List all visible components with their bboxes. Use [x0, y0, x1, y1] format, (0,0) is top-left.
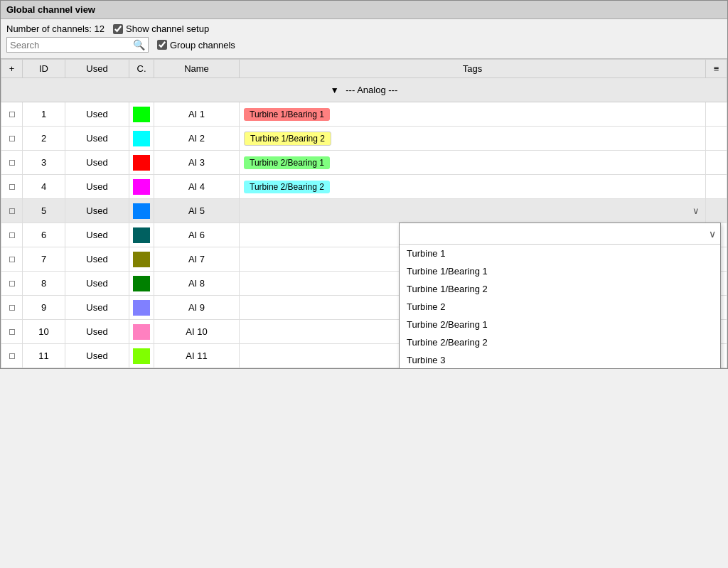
dropdown-item[interactable]: Turbine 2	[400, 298, 720, 316]
row-name: AI 7	[154, 247, 240, 272]
dropdown-chevron-icon[interactable]: ∨	[692, 205, 700, 216]
row-tags-cell[interactable]: Turbine 1/Bearing 2	[240, 127, 706, 151]
group-channels-label: Group channels	[170, 40, 235, 50]
row-color-cell	[129, 175, 154, 199]
row-name: AI 1	[154, 102, 240, 127]
row-id: 8	[23, 272, 65, 296]
row-id: 4	[23, 175, 65, 199]
row-used: Used	[65, 344, 129, 368]
tag-badge[interactable]: Turbine 1/Bearing 1	[244, 108, 330, 121]
col-header-name: Name	[154, 60, 240, 78]
dropdown-item[interactable]: Turbine 1	[400, 245, 720, 262]
dropdown-close-chevron[interactable]: ∨	[709, 228, 716, 240]
table-row[interactable]: 1UsedAI 1Turbine 1/Bearing 1	[1, 102, 727, 127]
row-extra-col	[706, 199, 727, 223]
row-tags-cell[interactable]: Turbine 2/Bearing 1	[240, 151, 706, 175]
show-channel-setup-checkbox-label[interactable]: Show channel setup	[113, 23, 209, 34]
row-used: Used	[65, 199, 129, 223]
dropdown-item[interactable]: Turbine 2/Bearing 2	[400, 333, 720, 351]
table-container: + ID Used C. Name Tags ≡ ▼ --- Analog --…	[1, 58, 727, 368]
table-row[interactable]: 3UsedAI 3Turbine 2/Bearing 1	[1, 151, 727, 175]
row-color-cell	[129, 272, 154, 296]
row-toggle-icon[interactable]	[1, 127, 23, 151]
row-toggle-icon[interactable]	[1, 296, 23, 320]
group-channels-checkbox-label[interactable]: Group channels	[157, 40, 235, 50]
row-toggle-icon[interactable]	[1, 247, 23, 272]
row-color-cell	[129, 320, 154, 344]
table-header: + ID Used C. Name Tags ≡	[1, 60, 727, 78]
dropdown-item[interactable]: Turbine 3	[400, 351, 720, 368]
row-extra-col	[706, 151, 727, 175]
group-row-analog: ▼ --- Analog ---	[1, 78, 727, 102]
tag-dropdown[interactable]: ∨Turbine 1Turbine 1/Bearing 1Turbine 1/B…	[399, 223, 721, 368]
row-id: 10	[23, 320, 65, 344]
row-name: AI 2	[154, 127, 240, 151]
row-toggle-icon[interactable]	[1, 199, 23, 223]
group-channels-checkbox[interactable]	[157, 40, 167, 50]
row-name: AI 8	[154, 272, 240, 296]
row-name: AI 6	[154, 223, 240, 247]
dropdown-list: Turbine 1Turbine 1/Bearing 1Turbine 1/Be…	[400, 245, 720, 368]
row-name: AI 3	[154, 151, 240, 175]
row-id: 1	[23, 102, 65, 127]
table-row[interactable]: 4UsedAI 4Turbine 2/Bearing 2	[1, 175, 727, 199]
row-tags-cell[interactable]: ∨	[240, 199, 706, 223]
col-header-icon[interactable]: ≡	[706, 60, 727, 78]
col-header-plus[interactable]: +	[1, 60, 23, 78]
row-id: 9	[23, 296, 65, 320]
row-used: Used	[65, 127, 129, 151]
col-header-used: Used	[65, 60, 129, 78]
row-name: AI 4	[154, 175, 240, 199]
row-extra-col	[706, 127, 727, 151]
row-color-cell	[129, 296, 154, 320]
dropdown-item[interactable]: Turbine 1/Bearing 2	[400, 280, 720, 298]
row-toggle-icon[interactable]	[1, 151, 23, 175]
row-color-cell	[129, 344, 154, 368]
search-box[interactable]: 🔍	[6, 37, 149, 53]
row-color-cell	[129, 102, 154, 127]
col-header-color: C.	[129, 60, 154, 78]
search-input[interactable]	[10, 40, 133, 50]
dropdown-item[interactable]: Turbine 1/Bearing 1	[400, 262, 720, 280]
row-color-cell	[129, 247, 154, 272]
channel-count-label: Number of channels: 12	[6, 23, 105, 34]
row-color-cell	[129, 199, 154, 223]
row-used: Used	[65, 247, 129, 272]
row-toggle-icon[interactable]	[1, 223, 23, 247]
search-icon: 🔍	[133, 39, 145, 50]
main-window: Global channel view Number of channels: …	[0, 0, 728, 369]
row-tags-cell[interactable]: Turbine 1/Bearing 1	[240, 102, 706, 127]
row-toggle-icon[interactable]	[1, 272, 23, 296]
row-id: 5	[23, 199, 65, 223]
row-id: 3	[23, 151, 65, 175]
row-toggle-icon[interactable]	[1, 320, 23, 344]
show-channel-setup-checkbox[interactable]	[113, 24, 123, 34]
row-name: AI 9	[154, 296, 240, 320]
row-id: 11	[23, 344, 65, 368]
row-extra-col	[706, 102, 727, 127]
toolbar: Number of channels: 12 Show channel setu…	[1, 19, 727, 58]
tag-badge[interactable]: Turbine 1/Bearing 2	[244, 132, 331, 146]
row-id: 2	[23, 127, 65, 151]
dropdown-item[interactable]: Turbine 2/Bearing 1	[400, 316, 720, 333]
window-title: Global channel view	[6, 4, 95, 15]
row-extra-col	[706, 175, 727, 199]
row-name: AI 10	[154, 320, 240, 344]
group-collapse-arrow[interactable]: ▼	[331, 85, 339, 95]
row-name: AI 11	[154, 344, 240, 368]
table-row[interactable]: 5UsedAI 5∨	[1, 199, 727, 223]
group-label: --- Analog ---	[346, 85, 397, 95]
row-color-cell	[129, 127, 154, 151]
tag-badge[interactable]: Turbine 2/Bearing 1	[244, 156, 330, 169]
row-toggle-icon[interactable]	[1, 175, 23, 199]
show-channel-setup-label: Show channel setup	[126, 23, 209, 34]
tag-badge[interactable]: Turbine 2/Bearing 2	[244, 181, 330, 193]
table-row[interactable]: 2UsedAI 2Turbine 1/Bearing 2	[1, 127, 727, 151]
row-tags-cell[interactable]: Turbine 2/Bearing 2	[240, 175, 706, 199]
row-toggle-icon[interactable]	[1, 344, 23, 368]
col-header-id: ID	[23, 60, 65, 78]
row-color-cell	[129, 151, 154, 175]
row-color-cell	[129, 223, 154, 247]
row-used: Used	[65, 272, 129, 296]
row-toggle-icon[interactable]	[1, 102, 23, 127]
